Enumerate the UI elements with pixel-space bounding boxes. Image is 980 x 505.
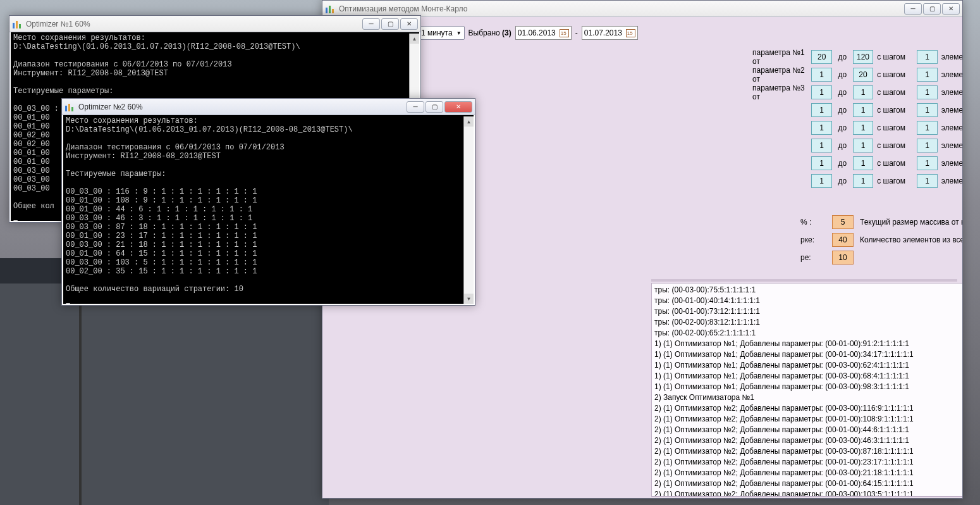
param-to[interactable]: 1 xyxy=(853,174,873,188)
param-from[interactable]: 1 xyxy=(811,121,831,135)
parameters-area: параметра №1 от20до120с шагом1элементов … xyxy=(752,49,962,190)
step-label: с шагом xyxy=(877,106,913,115)
param-row: параметра №2 от1до20с шагом1элементов (2… xyxy=(752,66,962,83)
step-label: с шагом xyxy=(877,70,913,79)
extra-row: рке:40Количество элементов из всех выбор… xyxy=(800,231,962,249)
log-panel[interactable]: тры: (00-03-00):75:5:1:1:1:1:1тры: (00-0… xyxy=(651,283,962,497)
param-to[interactable]: 1 xyxy=(853,103,873,117)
step-label: с шагом xyxy=(877,141,913,150)
log-line: тры: (00-01-00):40:14:1:1:1:1:1 xyxy=(654,296,962,306)
interval-label: 1 минута xyxy=(421,28,453,37)
minimize-button[interactable]: ─ xyxy=(904,3,922,15)
param-row: 1до1с шагом1элементов (1) xyxy=(752,137,962,154)
console1-title: Optimizer №1 60% xyxy=(26,20,90,28)
date-to[interactable]: 01.07.2013 xyxy=(582,26,638,40)
param-step[interactable]: 1 xyxy=(917,103,937,117)
console-window-2: Optimizer №2 60% ─ ▢ ✕ Место сохранения … xyxy=(61,98,475,306)
log-line: 2) (1) Оптимизатор №2; Добавлены парамет… xyxy=(654,425,962,435)
log-line: 2) (1) Оптимизатор №2; Добавлены парамет… xyxy=(654,403,962,414)
extra-suffix: рке: xyxy=(800,235,826,244)
scroll-up-icon[interactable]: ▲ xyxy=(410,34,419,44)
param-to[interactable]: 1 xyxy=(853,85,873,99)
log-line: 1) (1) Оптимизатор №1; Добавлены парамет… xyxy=(654,349,962,360)
param-label: параметра №2 от xyxy=(752,66,807,84)
log-line: тры: (00-02-00):65:2:1:1:1:1:1 xyxy=(654,328,962,339)
param-to[interactable]: 1 xyxy=(853,139,873,153)
date-from-text: 01.06.2013 xyxy=(518,28,556,37)
close-button[interactable]: ✕ xyxy=(942,3,960,15)
scroll-up-icon[interactable]: ▲ xyxy=(464,116,474,127)
param-from[interactable]: 20 xyxy=(811,50,831,64)
extra-value[interactable]: 40 xyxy=(832,233,854,247)
calendar-icon[interactable] xyxy=(626,29,635,37)
date-to-text: 01.07.2013 xyxy=(584,28,622,37)
main-title: Оптимизация методом Монте-Карло xyxy=(339,4,467,13)
param-row: параметра №3 от1до1с шагом1элементов (1) xyxy=(752,84,962,101)
svg-rect-1 xyxy=(329,6,331,13)
log-line: 2) (1) Оптимизатор №2; Добавлены парамет… xyxy=(654,457,962,468)
log-line: 1) (1) Оптимизатор №1; Добавлены парамет… xyxy=(654,339,962,349)
log-line: 2) Запуск Оптимизатора №1 xyxy=(654,392,962,403)
minimize-button[interactable]: ─ xyxy=(362,18,380,30)
param-from[interactable]: 1 xyxy=(811,85,831,99)
maximize-button[interactable]: ▢ xyxy=(426,101,443,113)
param-to[interactable]: 1 xyxy=(853,121,873,135)
svg-rect-8 xyxy=(71,107,73,111)
param-step[interactable]: 1 xyxy=(917,156,937,170)
scrollbar[interactable]: ▲ ▼ xyxy=(463,116,474,304)
console1-titlebar[interactable]: Optimizer №1 60% ─ ▢ ✕ xyxy=(9,16,420,32)
param-from[interactable]: 1 xyxy=(811,103,831,117)
close-button[interactable]: ✕ xyxy=(400,18,418,30)
elements-count: элементов (1) xyxy=(941,177,962,185)
param-from[interactable]: 1 xyxy=(811,174,831,188)
param-from[interactable]: 1 xyxy=(811,139,831,153)
step-label: с шагом xyxy=(877,88,913,97)
elements-count: элементов (20) xyxy=(941,70,962,79)
step-label: с шагом xyxy=(877,123,913,132)
param-step[interactable]: 1 xyxy=(917,139,937,153)
elements-count: элементов (1) xyxy=(941,106,962,115)
to-label: до xyxy=(836,123,849,132)
param-row: 1до1с шагом1элементов (1) xyxy=(752,173,962,189)
app-icon xyxy=(12,19,22,29)
param-to[interactable]: 20 xyxy=(853,68,873,82)
param-step[interactable]: 1 xyxy=(917,85,937,99)
log-line: 1) (1) Оптимизатор №1; Добавлены парамет… xyxy=(654,371,962,382)
param-from[interactable]: 1 xyxy=(811,156,831,170)
elements-count: элементов (1) xyxy=(941,159,962,168)
param-step[interactable]: 1 xyxy=(917,68,937,82)
extra-text: Текущий размер массива от начального 100… xyxy=(860,218,962,227)
param-step[interactable]: 1 xyxy=(917,121,937,135)
extra-suffix: % : xyxy=(800,218,826,227)
maximize-button[interactable]: ▢ xyxy=(923,3,941,15)
to-label: до xyxy=(836,70,849,79)
param-row: параметра №1 от20до120с шагом1элементов … xyxy=(752,49,962,65)
log-line: тры: (00-01-00):73:12:1:1:1:1:1 xyxy=(654,306,962,317)
scroll-down-icon[interactable]: ▼ xyxy=(464,294,474,304)
log-line: 1) (1) Оптимизатор №1; Добавлены парамет… xyxy=(654,360,962,371)
extra-value[interactable]: 5 xyxy=(832,215,854,229)
to-label: до xyxy=(836,159,849,168)
svg-rect-4 xyxy=(16,21,18,28)
param-to[interactable]: 1 xyxy=(853,156,873,170)
minimize-button[interactable]: ─ xyxy=(407,101,424,113)
horizontal-splitter[interactable] xyxy=(651,279,957,282)
maximize-button[interactable]: ▢ xyxy=(381,18,399,30)
date-from[interactable]: 01.06.2013 xyxy=(515,26,572,40)
param-step[interactable]: 1 xyxy=(917,174,937,188)
to-label: до xyxy=(836,141,849,150)
calendar-icon[interactable] xyxy=(560,29,569,37)
param-step[interactable]: 1 xyxy=(917,50,937,64)
extra-params: % :5Текущий размер массива от начального… xyxy=(800,213,962,266)
to-label: до xyxy=(836,106,849,115)
extra-value[interactable]: 10 xyxy=(832,251,854,265)
param-from[interactable]: 1 xyxy=(811,68,831,82)
param-row: 1до1с шагом1элементов (1) xyxy=(752,102,962,118)
console2-titlebar[interactable]: Optimizer №2 60% ─ ▢ ✕ xyxy=(62,99,475,115)
param-to[interactable]: 120 xyxy=(853,50,873,64)
console2-output[interactable]: Место сохранения результатов: D:\DataTes… xyxy=(62,115,475,305)
extra-suffix: ре: xyxy=(800,253,826,262)
svg-rect-3 xyxy=(13,23,15,28)
close-button[interactable]: ✕ xyxy=(444,101,472,113)
extra-text: Количество элементов из всех выборок 800 xyxy=(860,235,962,244)
